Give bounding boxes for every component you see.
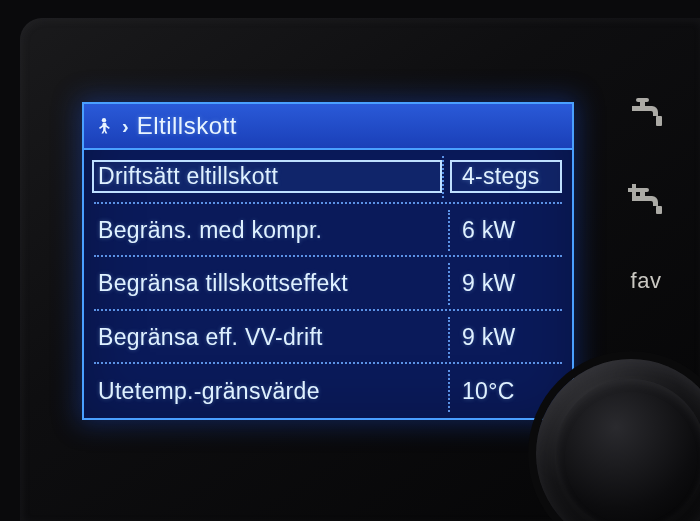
lcd-screen: › Eltillskott Driftsätt eltillskott 4-st…: [82, 102, 574, 420]
page-title: Eltillskott: [137, 112, 237, 140]
setting-value: 6 kW: [450, 217, 562, 244]
fav-button[interactable]: fav: [631, 268, 662, 294]
divider: [448, 317, 450, 359]
setting-value: 9 kW: [450, 270, 562, 297]
setting-row[interactable]: Begränsa tillskottseffekt 9 kW: [84, 257, 572, 311]
setting-row[interactable]: Utetemp.-gränsvärde 10°C: [84, 364, 572, 418]
setting-label: Utetemp.-gränsvärde: [98, 378, 448, 405]
setting-row[interactable]: Begräns. med kompr. 6 kW: [84, 204, 572, 258]
setting-value: 9 kW: [450, 324, 562, 351]
svg-point-0: [102, 118, 106, 122]
svg-rect-1: [656, 116, 662, 126]
chevron-right-icon: ›: [122, 115, 129, 138]
setting-value: 4-stegs: [450, 160, 562, 193]
setting-row[interactable]: Begränsa eff. VV-drift 9 kW: [84, 311, 572, 365]
divider: [448, 370, 450, 412]
control-panel: › Eltillskott Driftsätt eltillskott 4-st…: [20, 18, 700, 521]
service-icon: [94, 116, 114, 136]
svg-rect-4: [656, 206, 662, 214]
setting-label: Begränsa eff. VV-drift: [98, 324, 448, 351]
setting-label: Begränsa tillskottseffekt: [98, 270, 448, 297]
svg-rect-3: [636, 98, 649, 102]
settings-list: Driftsätt eltillskott 4-stegs Begräns. m…: [84, 150, 572, 418]
divider: [448, 263, 450, 305]
setting-label: Driftsätt eltillskott: [92, 160, 442, 193]
tap-plus-icon[interactable]: [624, 180, 668, 220]
side-buttons: fav: [624, 92, 668, 294]
setting-row[interactable]: Driftsätt eltillskott 4-stegs: [84, 150, 572, 204]
divider: [442, 156, 444, 198]
setting-label: Begräns. med kompr.: [98, 217, 448, 244]
breadcrumb: › Eltillskott: [84, 104, 572, 150]
setting-value: 10°C: [450, 378, 562, 405]
divider: [448, 210, 450, 252]
tap-icon[interactable]: [624, 92, 668, 132]
